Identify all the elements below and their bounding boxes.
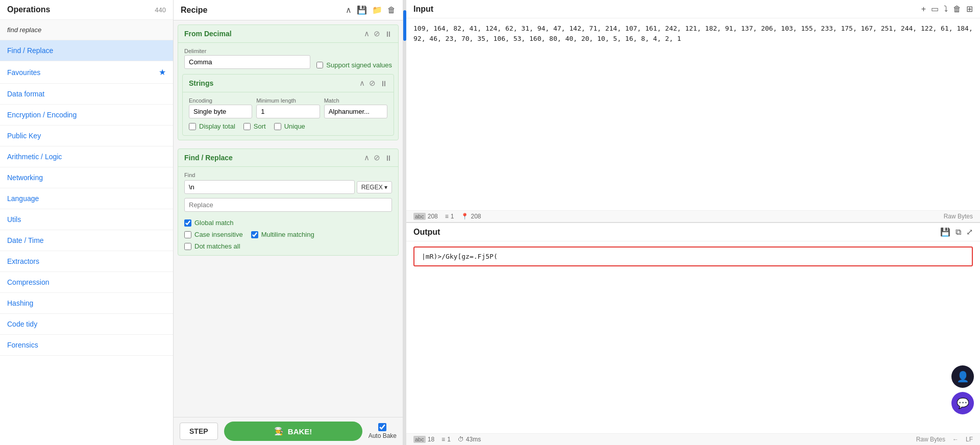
- sidebar-item-date-time[interactable]: Date / Time: [0, 230, 173, 251]
- support-signed-checkbox[interactable]: [316, 62, 323, 68]
- display-total-item[interactable]: Display total: [189, 122, 235, 130]
- encoding-group: Encoding: [189, 97, 252, 118]
- output-error-box: |mR)>/Gky[gz=.Fj5P(: [413, 246, 973, 266]
- dot-all-checkbox[interactable]: [184, 243, 191, 250]
- from-decimal-chevron-icon[interactable]: ∧: [364, 29, 370, 38]
- sidebar-item-encryption-encoding[interactable]: Encryption / Encoding: [0, 105, 173, 126]
- sidebar-item-data-format[interactable]: Data format: [0, 84, 173, 105]
- input-grid-icon[interactable]: ⊞: [966, 4, 973, 14]
- dot-all-label: Dot matches all: [194, 242, 240, 250]
- sidebar-header: Operations 440: [0, 0, 173, 20]
- unique-item[interactable]: Unique: [274, 122, 305, 130]
- from-decimal-card-header: From Decimal ∧ ⊘ ⏸: [178, 25, 398, 43]
- recipe-save-icon[interactable]: 💾: [357, 5, 367, 15]
- case-insensitive-checkbox[interactable]: [184, 231, 191, 238]
- from-decimal-disable-icon[interactable]: ⊘: [374, 29, 380, 38]
- global-match-item[interactable]: Global match: [184, 219, 234, 227]
- person-bubble[interactable]: 👤: [951, 365, 974, 388]
- replace-input[interactable]: [184, 198, 392, 212]
- lf-text: LF: [966, 436, 973, 443]
- sidebar-item-compression[interactable]: Compression: [0, 272, 173, 293]
- input-text-area[interactable]: 109, 164, 82, 41, 124, 62, 31, 94, 47, 1…: [406, 18, 980, 210]
- sidebar-item-find-replace[interactable]: Find / Replace: [0, 40, 173, 61]
- sidebar-item-networking[interactable]: Networking: [0, 167, 173, 188]
- from-decimal-body: Delimiter Support signed values: [178, 43, 398, 74]
- find-replace-chevron-icon[interactable]: ∧: [364, 153, 370, 162]
- case-insensitive-item[interactable]: Case insensitive: [184, 231, 243, 238]
- output-copy-icon[interactable]: ⧉: [955, 228, 961, 237]
- display-total-checkbox[interactable]: [189, 123, 196, 130]
- person-icon: 👤: [957, 370, 969, 383]
- input-arrow-in-icon[interactable]: ⤵: [944, 5, 948, 14]
- encoding-input[interactable]: [189, 105, 252, 118]
- strings-card: Strings ∧ ⊘ ⏸ Encoding Minimum length: [182, 74, 394, 136]
- input-window-icon[interactable]: ▭: [931, 4, 939, 14]
- input-header: Input + ▭ ⤵ 🗑 ⊞: [406, 0, 980, 18]
- find-replace-card: Find / Replace ∧ ⊘ ⏸ Find REGEX ▾ Global…: [178, 149, 399, 256]
- find-input[interactable]: [184, 180, 355, 194]
- multiline-item[interactable]: Multiline matching: [251, 231, 314, 238]
- strings-pause-icon[interactable]: ⏸: [380, 79, 387, 88]
- strings-chevron-icon[interactable]: ∧: [359, 79, 365, 88]
- sort-item[interactable]: Sort: [243, 122, 266, 130]
- from-decimal-title: From Decimal: [184, 30, 232, 38]
- output-save-icon[interactable]: 💾: [940, 227, 950, 237]
- sidebar-item-arithmetic-logic[interactable]: Arithmetic / Logic: [0, 146, 173, 167]
- find-input-row: REGEX ▾: [184, 180, 392, 194]
- global-match-checkbox[interactable]: [184, 219, 191, 227]
- auto-bake-group: Auto Bake: [369, 423, 397, 439]
- sidebar-item-hashing[interactable]: Hashing: [0, 293, 173, 314]
- sidebar-item-favourites[interactable]: Favourites ★: [0, 61, 173, 84]
- find-replace-pause-icon[interactable]: ⏸: [384, 154, 392, 162]
- sidebar-ops-title: Operations: [7, 5, 50, 14]
- star-icon: ★: [159, 67, 166, 77]
- output-content: |mR)>/Gky[gz=.Fj5P(: [422, 253, 498, 260]
- step-button[interactable]: STEP: [180, 423, 218, 440]
- sidebar-item-utils[interactable]: Utils: [0, 209, 173, 230]
- strings-checkboxes: Display total Sort Unique: [189, 122, 387, 130]
- sidebar-item-find-replace-search[interactable]: find replace: [0, 20, 173, 40]
- delimiter-input[interactable]: [184, 55, 310, 69]
- chat-icon: 💬: [957, 397, 969, 409]
- input-icons: + ▭ ⤵ 🗑 ⊞: [921, 4, 973, 14]
- output-status-lines: ≡ 1: [442, 436, 451, 443]
- match-input[interactable]: [324, 105, 387, 118]
- input-trash-icon[interactable]: 🗑: [953, 5, 961, 14]
- recipe-panel: Recipe ∧ 💾 📁 🗑 From Decimal ∧ ⊘ ⏸ Delimi…: [174, 0, 403, 445]
- sidebar-item-public-key[interactable]: Public Key: [0, 126, 173, 146]
- output-expand-icon[interactable]: ⤢: [966, 227, 973, 237]
- dot-all-item[interactable]: Dot matches all: [184, 242, 240, 250]
- chat-bubble[interactable]: 💬: [951, 392, 974, 414]
- display-total-label: Display total: [199, 122, 235, 130]
- regex-button[interactable]: REGEX ▾: [357, 181, 392, 193]
- sort-label: Sort: [254, 122, 266, 130]
- unique-checkbox[interactable]: [274, 123, 281, 130]
- auto-bake-checkbox[interactable]: [378, 423, 386, 431]
- find-label: Find: [184, 172, 392, 178]
- from-decimal-pause-icon[interactable]: ⏸: [384, 30, 392, 38]
- output-section: Output 💾 ⧉ ⤢ |mR)>/Gky[gz=.Fj5P( abc 18 …: [406, 223, 980, 445]
- from-decimal-icons: ∧ ⊘ ⏸: [364, 29, 392, 38]
- sidebar-item-forensics[interactable]: Forensics: [0, 335, 173, 356]
- recipe-trash-icon[interactable]: 🗑: [387, 6, 396, 15]
- input-plus-icon[interactable]: +: [921, 5, 926, 14]
- min-length-input[interactable]: [256, 105, 320, 118]
- support-signed-group: Support signed values: [316, 61, 392, 69]
- bake-button[interactable]: 👨‍🍳 BAKE!: [224, 422, 362, 441]
- sort-checkbox[interactable]: [243, 123, 251, 130]
- strings-disable-icon[interactable]: ⊘: [369, 79, 376, 88]
- sidebar-item-language[interactable]: Language: [0, 188, 173, 209]
- multiline-label: Multiline matching: [261, 231, 314, 238]
- strings-title: Strings: [189, 79, 213, 87]
- find-replace-disable-icon[interactable]: ⊘: [374, 153, 380, 162]
- sidebar: Operations 440 find replace Find / Repla…: [0, 0, 174, 445]
- recipe-chevron-up-icon[interactable]: ∧: [346, 5, 352, 15]
- strings-icons: ∧ ⊘ ⏸: [359, 79, 387, 88]
- find-replace-icons: ∧ ⊘ ⏸: [364, 153, 392, 162]
- sidebar-item-extractors[interactable]: Extractors: [0, 251, 173, 272]
- recipe-folder-icon[interactable]: 📁: [372, 5, 382, 15]
- input-char-count: 208: [428, 213, 438, 220]
- sidebar-item-code-tidy[interactable]: Code tidy: [0, 314, 173, 335]
- input-section: Input + ▭ ⤵ 🗑 ⊞ 109, 164, 82, 41, 124, 6…: [406, 0, 980, 223]
- multiline-checkbox[interactable]: [251, 231, 258, 238]
